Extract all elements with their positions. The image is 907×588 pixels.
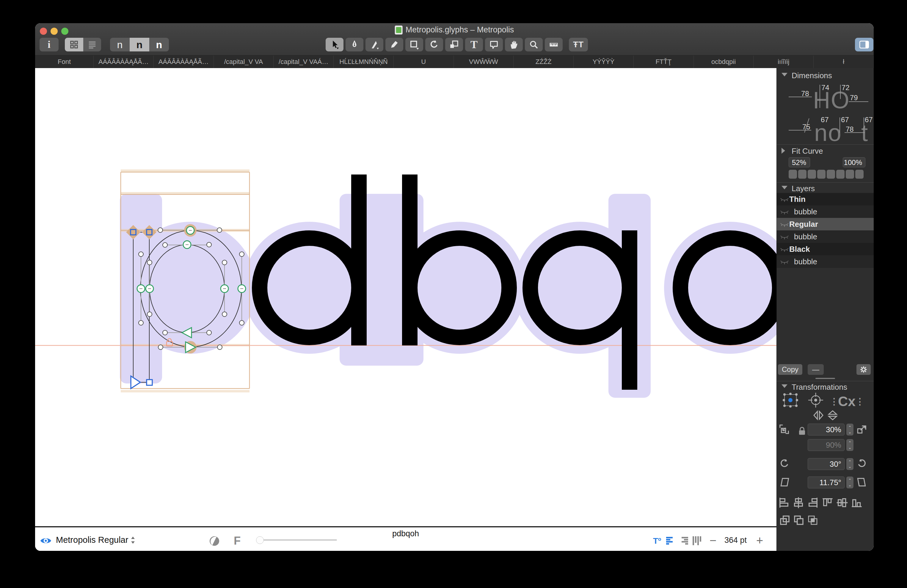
copy-layer-button[interactable]: Copy bbox=[778, 364, 802, 375]
tab-ocbdqpii[interactable]: ocbdqpii bbox=[694, 56, 754, 68]
tt-tool[interactable]: ŦT bbox=[569, 38, 588, 51]
knife-tool[interactable] bbox=[365, 38, 383, 51]
rotate-tool[interactable] bbox=[425, 38, 443, 51]
list-view-button[interactable] bbox=[83, 38, 101, 51]
section-transformations[interactable]: Transformations bbox=[777, 383, 874, 391]
fit-curve-max-field[interactable]: 100% bbox=[843, 157, 865, 167]
master-regular-button[interactable]: n bbox=[130, 38, 149, 51]
hand-tool[interactable] bbox=[505, 38, 523, 51]
align-right-lines-button[interactable] bbox=[679, 537, 688, 545]
pen-tool[interactable] bbox=[346, 38, 364, 51]
scale-stepper[interactable]: ⌃⌄ bbox=[846, 424, 854, 436]
preview-eye-button[interactable] bbox=[40, 536, 52, 545]
close-button[interactable] bbox=[40, 28, 47, 35]
tab-accented-a-2[interactable]: AÁĂÂÄÀĀĄÅÃ… bbox=[154, 56, 214, 68]
tab-i-group[interactable]: iıíîïij bbox=[753, 56, 814, 68]
align-center-vertical-icon[interactable] bbox=[836, 497, 848, 509]
transform-metrics-icon[interactable]: ⋮Cx⋮ bbox=[830, 393, 864, 409]
text-tool[interactable]: T bbox=[465, 38, 483, 51]
glyph-edit-canvas[interactable]: p 0070 ➜ Kern 59 ◄ H ► 36 Kern p 596 p bbox=[35, 68, 776, 526]
tab-accented-a-1[interactable]: AÁĂÂÄÀĀĄÅÃ… bbox=[94, 56, 154, 68]
union-paths-icon[interactable] bbox=[779, 514, 791, 527]
proportions-lock-icon[interactable] bbox=[798, 426, 806, 436]
layer-settings-button[interactable] bbox=[856, 364, 871, 375]
titlebar[interactable]: Metropolis.glyphs – Metropolis bbox=[35, 23, 874, 36]
fit-curve-step-2[interactable] bbox=[798, 170, 806, 179]
master-thin-button[interactable]: n bbox=[110, 38, 130, 51]
flip-vertical-icon[interactable] bbox=[827, 409, 839, 421]
scale-value-field[interactable]: 30% bbox=[808, 424, 845, 436]
align-top-edges-icon[interactable] bbox=[822, 497, 833, 509]
section-layers[interactable]: Layers bbox=[777, 184, 874, 193]
text-tour-button[interactable]: To bbox=[653, 536, 661, 546]
scale-secondary-field[interactable]: 90% bbox=[808, 439, 845, 451]
disclosure-triangle-icon[interactable] bbox=[782, 385, 787, 388]
layer-row-bubble-1[interactable]: bubble bbox=[777, 205, 874, 218]
fit-curve-min-field[interactable]: 52% bbox=[788, 157, 810, 167]
info-button[interactable]: i bbox=[40, 38, 59, 51]
tab-capital-v-vaa[interactable]: /capital_V VAÁ… bbox=[274, 56, 334, 68]
disclosure-triangle-icon[interactable] bbox=[782, 186, 787, 189]
slant-stepper[interactable]: ⌃⌄ bbox=[846, 476, 854, 489]
rotate-value-field[interactable]: 30° bbox=[808, 458, 845, 470]
layer-row-black[interactable]: Black bbox=[777, 243, 874, 255]
zoom-out-button[interactable]: − bbox=[710, 534, 716, 547]
select-tool[interactable] bbox=[325, 38, 343, 51]
closed-eye-icon[interactable] bbox=[780, 196, 789, 202]
disclosure-triangle-icon[interactable] bbox=[782, 73, 787, 76]
font-instance-selector[interactable]: Metropolis Regular bbox=[56, 535, 136, 545]
closed-eye-icon[interactable] bbox=[780, 208, 789, 215]
slider-knob[interactable] bbox=[256, 536, 264, 544]
zoom-in-button[interactable]: + bbox=[756, 534, 763, 547]
fit-curve-step-5[interactable] bbox=[827, 170, 835, 179]
fit-curve-step-7[interactable] bbox=[846, 170, 854, 179]
align-center-horizontal-icon[interactable] bbox=[793, 497, 804, 509]
layer-row-bubble-3[interactable]: bubble bbox=[777, 255, 874, 268]
scale-up-icon[interactable] bbox=[856, 424, 867, 435]
transform-origin-icon[interactable] bbox=[783, 393, 798, 407]
zoom-tool[interactable] bbox=[525, 38, 543, 51]
align-left-lines-button[interactable] bbox=[666, 537, 675, 545]
shapes-tool[interactable] bbox=[405, 38, 423, 51]
features-button[interactable]: F bbox=[234, 535, 240, 547]
scale-tool[interactable] bbox=[445, 38, 463, 51]
layer-row-bubble-2[interactable]: bubble bbox=[777, 231, 874, 243]
fit-curve-step-4[interactable] bbox=[817, 170, 825, 179]
rotate-cw-icon[interactable] bbox=[856, 458, 867, 469]
vertical-layout-button[interactable] bbox=[692, 536, 701, 545]
grid-view-button[interactable] bbox=[65, 38, 83, 51]
master-black-button[interactable]: n bbox=[149, 38, 169, 51]
slant-value-field[interactable]: 11.75° bbox=[808, 476, 845, 489]
layer-row-thin[interactable]: Thin bbox=[777, 193, 874, 205]
scale-secondary-stepper[interactable]: ⌃⌄ bbox=[846, 439, 854, 451]
disclosure-triangle-icon[interactable] bbox=[782, 148, 785, 154]
closed-eye-icon[interactable] bbox=[780, 233, 789, 240]
closed-eye-icon[interactable] bbox=[780, 246, 789, 252]
annotation-tool[interactable] bbox=[485, 38, 503, 51]
flip-horizontal-icon[interactable] bbox=[812, 409, 824, 421]
section-fit-curve[interactable]: Fit Curve bbox=[777, 147, 874, 155]
slider-track[interactable] bbox=[256, 539, 337, 541]
tab-y-group[interactable]: YÝŶŸỲ bbox=[574, 56, 634, 68]
tab-hl-group[interactable]: HĹĽĿŁMNŃŇŅÑ bbox=[334, 56, 394, 68]
layer-row-regular[interactable]: Regular bbox=[777, 218, 874, 231]
tab-font[interactable]: Font bbox=[35, 56, 94, 68]
fit-curve-step-8[interactable] bbox=[855, 170, 864, 179]
sidebar-toggle-button[interactable] bbox=[855, 38, 873, 51]
intersect-paths-icon[interactable] bbox=[806, 514, 819, 527]
align-left-edges-icon[interactable] bbox=[778, 497, 790, 509]
tab-u[interactable]: U bbox=[394, 56, 454, 68]
align-right-edges-icon[interactable] bbox=[807, 497, 819, 509]
fit-curve-step-6[interactable] bbox=[836, 170, 845, 179]
tab-ft-group[interactable]: FTŤŢ bbox=[634, 56, 694, 68]
rotate-stepper[interactable]: ⌃⌄ bbox=[846, 458, 854, 470]
tab-vw-group[interactable]: VWŴẄẀ bbox=[454, 56, 514, 68]
closed-eye-icon[interactable] bbox=[780, 221, 789, 228]
panel-drag-handle[interactable] bbox=[816, 378, 835, 379]
tab-lslash[interactable]: ł bbox=[814, 56, 874, 68]
measure-tool[interactable] bbox=[545, 38, 562, 51]
closed-eye-icon[interactable] bbox=[780, 258, 789, 265]
fit-curve-step-1[interactable] bbox=[788, 170, 797, 179]
scale-down-icon[interactable] bbox=[779, 424, 790, 435]
rotate-ccw-icon[interactable] bbox=[779, 458, 790, 469]
